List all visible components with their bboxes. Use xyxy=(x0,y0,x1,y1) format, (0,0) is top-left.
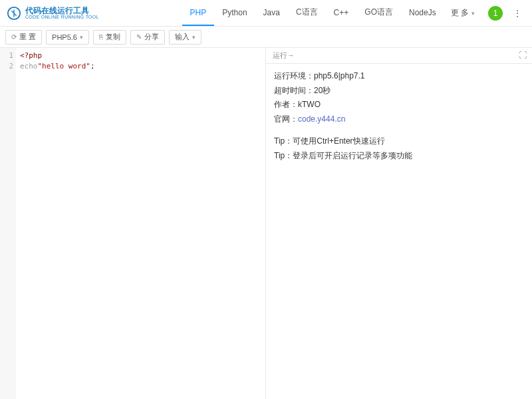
kebab-menu-icon[interactable]: ⋮ xyxy=(509,9,525,18)
copy-button[interactable]: ⎘ 复制 xyxy=(93,30,126,45)
code-editor[interactable]: <?php echo"hello word"; xyxy=(16,48,265,399)
env-label: 运行环境： xyxy=(274,71,314,80)
more-dropdown[interactable]: 更 多 ▾ xyxy=(444,7,481,19)
line-gutter: 1 2 xyxy=(0,48,16,399)
refresh-icon: ⟳ xyxy=(11,33,17,41)
author-label: 作者： xyxy=(274,100,298,109)
tab-java[interactable]: Java xyxy=(255,0,288,26)
line-number: 1 xyxy=(0,51,13,61)
code-string: "hello word" xyxy=(38,62,90,70)
output-pane: 运行→ ⛶ 运行环境：php5.6|php7.1 超时时间：20秒 作者：kTW… xyxy=(266,48,532,399)
env-value: php5.6|php7.1 xyxy=(314,71,365,80)
tab-cpp[interactable]: C++ xyxy=(326,0,357,26)
output-header: 运行→ ⛶ xyxy=(266,48,532,64)
more-label: 更 多 xyxy=(451,7,469,19)
share-button[interactable]: ✎ 分享 xyxy=(130,30,165,45)
timeout-value: 20秒 xyxy=(314,86,331,95)
output-body: 运行环境：php5.6|php7.1 超时时间：20秒 作者：kTWO 官网：c… xyxy=(266,64,532,399)
avatar[interactable]: 1 xyxy=(488,6,503,21)
expand-icon[interactable]: ⛶ xyxy=(519,51,527,60)
tip-line: Tip：可使用Ctrl+Enter快速运行 xyxy=(274,134,524,149)
line-number: 2 xyxy=(0,61,13,72)
code-keyword: echo xyxy=(20,62,38,70)
site-label: 官网： xyxy=(274,114,298,124)
language-tabs: PHP Python Java C语言 C++ GO语言 NodeJs xyxy=(182,0,444,26)
tab-c[interactable]: C语言 xyxy=(288,0,326,26)
chevron-down-icon: ▾ xyxy=(192,34,196,41)
chevron-down-icon: ▾ xyxy=(471,10,475,17)
timeout-label: 超时时间： xyxy=(274,86,314,95)
run-button[interactable]: 运行→ xyxy=(273,51,295,61)
version-label: PHP5.6 xyxy=(52,33,77,41)
editor-toolbar: ⟳ 重 置 PHP5.6 ▾ ⎘ 复制 ✎ 分享 输入 ▾ xyxy=(0,27,532,48)
logo-title-cn: 代码在线运行工具 xyxy=(25,7,99,15)
share-label: 分享 xyxy=(144,32,159,42)
env-info: 运行环境：php5.6|php7.1 超时时间：20秒 作者：kTWO 官网：c… xyxy=(274,69,524,126)
logo[interactable]: 代码在线运行工具 CODE ONLINE RUNNING TOOL xyxy=(7,6,99,21)
tip-line: Tip：登录后可开启运行记录等多项功能 xyxy=(274,149,524,164)
reset-button[interactable]: ⟳ 重 置 xyxy=(5,30,42,45)
version-select[interactable]: PHP5.6 ▾ xyxy=(46,30,89,45)
code-tail: ; xyxy=(90,62,95,70)
input-dropdown[interactable]: 输入 ▾ xyxy=(169,30,201,45)
copy-icon: ⎘ xyxy=(99,33,103,41)
reset-label: 重 置 xyxy=(19,32,36,42)
logo-icon xyxy=(7,6,21,21)
share-icon: ✎ xyxy=(136,33,142,41)
site-link[interactable]: code.y444.cn xyxy=(298,114,345,124)
chevron-down-icon: ▾ xyxy=(80,34,83,41)
main-split: 1 2 <?php echo"hello word"; 运行→ ⛶ 运行环境：p… xyxy=(0,48,532,399)
tab-nodejs[interactable]: NodeJs xyxy=(401,0,444,26)
editor-pane: 1 2 <?php echo"hello word"; xyxy=(0,48,266,399)
code-line: <?php xyxy=(20,51,42,60)
tab-go[interactable]: GO语言 xyxy=(356,0,401,26)
tab-python[interactable]: Python xyxy=(214,0,255,26)
app-header: 代码在线运行工具 CODE ONLINE RUNNING TOOL PHP Py… xyxy=(0,0,532,27)
input-label: 输入 xyxy=(175,32,190,42)
tips: Tip：可使用Ctrl+Enter快速运行 Tip：登录后可开启运行记录等多项功… xyxy=(274,134,524,163)
logo-title-en: CODE ONLINE RUNNING TOOL xyxy=(25,15,99,19)
tab-php[interactable]: PHP xyxy=(182,0,215,26)
author-value: kTWO xyxy=(298,100,321,109)
copy-label: 复制 xyxy=(106,32,120,42)
